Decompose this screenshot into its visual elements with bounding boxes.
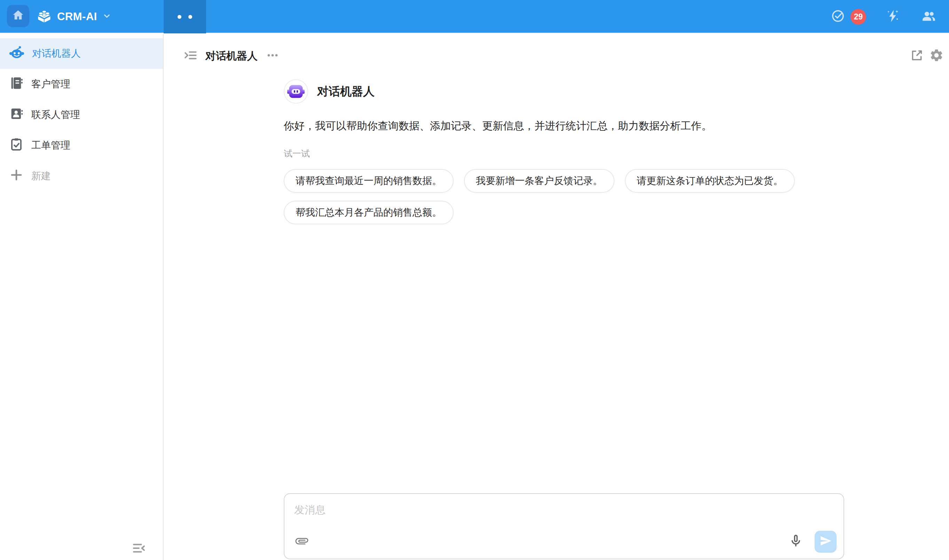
ellipsis-icon: [266, 49, 279, 63]
expand-view-button[interactable]: [907, 46, 927, 66]
home-button[interactable]: [7, 5, 29, 27]
paperclip-icon: [295, 534, 309, 549]
suggestion-pill[interactable]: 帮我汇总本月各产品的销售总额。: [284, 201, 454, 225]
main-header: 对话机器人: [164, 34, 949, 78]
tab-more-dots-icon: [188, 15, 192, 19]
topbar: CRM-AI 29: [0, 0, 949, 33]
message-input[interactable]: [284, 494, 844, 529]
chevron-down-icon: [102, 11, 112, 22]
open-in-new-icon: [910, 48, 924, 64]
sidebar-item-label: 客户管理: [31, 78, 70, 91]
app-name: CRM-AI: [57, 11, 97, 23]
collapsed-tab[interactable]: [164, 0, 206, 33]
bot-avatar: [284, 79, 308, 104]
suggestion-pill[interactable]: 请帮我查询最近一周的销售数据。: [284, 169, 454, 193]
app-logo[interactable]: CRM-AI: [36, 0, 112, 33]
clipboard-check-icon: [9, 137, 24, 154]
suggestion-list: 请帮我查询最近一周的销售数据。 我要新增一条客户反馈记录。 请更新这条订单的状态…: [284, 169, 806, 225]
bot-greeting: 你好，我可以帮助你查询数据、添加记录、更新信息，并进行统计汇总，助力数据分析工作…: [284, 119, 844, 133]
sidebar-item-label: 对话机器人: [32, 47, 81, 60]
sidebar-item-label: 工单管理: [31, 139, 70, 152]
sidebar: 对话机器人 客户管理: [0, 34, 164, 560]
tasks-button[interactable]: [828, 7, 848, 26]
collapse-sidebar-icon: [131, 541, 147, 557]
settings-button[interactable]: [927, 46, 946, 66]
try-label: 试一试: [284, 148, 844, 159]
sidebar-item-label: 联系人管理: [31, 108, 80, 122]
title-more-button[interactable]: [266, 49, 279, 63]
sidebar-new-label: 新建: [31, 169, 51, 183]
check-circle-icon: [831, 9, 845, 25]
logo-brick-icon: [36, 8, 52, 25]
gear-icon: [929, 48, 944, 64]
send-button[interactable]: [815, 531, 836, 553]
robot-icon: [9, 45, 25, 63]
home-icon: [11, 9, 25, 23]
voice-input-button[interactable]: [787, 532, 805, 551]
message-composer: [284, 493, 844, 559]
sidebar-item-chatbot[interactable]: 对话机器人: [0, 38, 163, 69]
sidebar-item-customers[interactable]: 客户管理: [0, 69, 163, 100]
send-icon: [819, 535, 832, 549]
sidebar-item-contacts[interactable]: 联系人管理: [0, 100, 163, 130]
suggestion-pill[interactable]: 我要新增一条客户反馈记录。: [464, 169, 614, 193]
plus-icon: [9, 168, 24, 185]
suggestion-pill[interactable]: 请更新这条订单的状态为已发货。: [625, 169, 795, 193]
attach-button[interactable]: [293, 532, 311, 551]
people-icon: [921, 8, 937, 25]
sidebar-new-button[interactable]: 新建: [0, 161, 163, 191]
collaborators-button[interactable]: [919, 7, 938, 26]
notification-badge[interactable]: 29: [850, 9, 866, 25]
microphone-icon: [789, 534, 803, 549]
tab-more-dots-icon: [177, 15, 181, 19]
main-content: 对话机器人: [164, 34, 949, 560]
page-title: 对话机器人: [205, 49, 258, 63]
automation-button[interactable]: [883, 7, 902, 26]
chat-area: 对话机器人 你好，我可以帮助你查询数据、添加记录、更新信息，并进行统计汇总，助力…: [284, 79, 844, 225]
menu-open-icon[interactable]: [183, 48, 198, 64]
sidebar-item-tickets[interactable]: 工单管理: [0, 130, 163, 161]
contact-card-icon: [9, 106, 24, 123]
collapse-sidebar-button[interactable]: [130, 541, 148, 557]
sparkle-bolt-icon: [885, 8, 900, 25]
address-book-icon: [9, 76, 24, 93]
bot-name: 对话机器人: [317, 84, 375, 100]
